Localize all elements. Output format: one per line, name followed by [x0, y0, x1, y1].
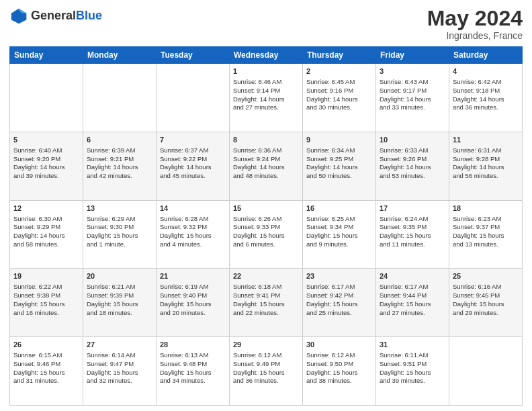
- calendar-cell: 17Sunrise: 6:24 AMSunset: 9:35 PMDayligh…: [376, 200, 449, 269]
- calendar-header-row: Sunday Monday Tuesday Wednesday Thursday…: [10, 47, 523, 64]
- calendar-cell: [10, 64, 83, 132]
- calendar-cell: 23Sunrise: 6:17 AMSunset: 9:42 PMDayligh…: [303, 269, 376, 337]
- calendar-cell: 12Sunrise: 6:30 AMSunset: 9:29 PMDayligh…: [10, 200, 83, 269]
- day-number: 8: [233, 135, 299, 145]
- calendar-cell: 28Sunrise: 6:13 AMSunset: 9:48 PMDayligh…: [157, 337, 230, 406]
- day-number: 12: [13, 203, 79, 214]
- calendar-cell: 30Sunrise: 6:12 AMSunset: 9:50 PMDayligh…: [303, 337, 376, 406]
- calendar-cell: 13Sunrise: 6:29 AMSunset: 9:30 PMDayligh…: [83, 200, 157, 269]
- calendar-week-5: 26Sunrise: 6:15 AMSunset: 9:46 PMDayligh…: [10, 337, 523, 406]
- header: General Blue May 2024 Ingrandes, France: [9, 7, 523, 41]
- calendar-cell: 9Sunrise: 6:34 AMSunset: 9:25 PMDaylight…: [303, 132, 376, 200]
- calendar-week-1: 1Sunrise: 6:46 AMSunset: 9:14 PMDaylight…: [10, 64, 523, 132]
- calendar-cell: 25Sunrise: 6:16 AMSunset: 9:45 PMDayligh…: [449, 269, 523, 337]
- day-number: 25: [453, 271, 519, 281]
- col-monday: Monday: [83, 47, 157, 64]
- calendar-cell: 1Sunrise: 6:46 AMSunset: 9:14 PMDaylight…: [230, 64, 303, 132]
- calendar-cell: 31Sunrise: 6:11 AMSunset: 9:51 PMDayligh…: [376, 337, 449, 406]
- logo: General Blue: [9, 7, 102, 26]
- calendar-cell: [83, 64, 157, 132]
- logo-blue: Blue: [76, 9, 102, 23]
- day-number: 14: [160, 203, 226, 214]
- calendar-week-3: 12Sunrise: 6:30 AMSunset: 9:29 PMDayligh…: [10, 200, 523, 269]
- day-number: 27: [87, 340, 152, 350]
- logo-general: General: [31, 9, 76, 23]
- day-number: 7: [160, 135, 226, 145]
- day-number: 28: [160, 340, 226, 350]
- calendar-table: Sunday Monday Tuesday Wednesday Thursday…: [9, 46, 523, 406]
- svg-marker-2: [23, 13, 27, 20]
- day-number: 1: [233, 66, 299, 77]
- day-number: 22: [233, 271, 299, 281]
- day-number: 31: [380, 340, 445, 350]
- calendar-cell: 21Sunrise: 6:19 AMSunset: 9:40 PMDayligh…: [157, 269, 230, 337]
- calendar-week-2: 5Sunrise: 6:40 AMSunset: 9:20 PMDaylight…: [10, 132, 523, 200]
- calendar-cell: 10Sunrise: 6:33 AMSunset: 9:26 PMDayligh…: [376, 132, 449, 200]
- col-friday: Friday: [376, 47, 449, 64]
- calendar-cell: 27Sunrise: 6:14 AMSunset: 9:47 PMDayligh…: [83, 337, 157, 406]
- calendar-cell: 19Sunrise: 6:22 AMSunset: 9:38 PMDayligh…: [10, 269, 83, 337]
- day-number: 15: [233, 203, 299, 214]
- day-number: 21: [160, 271, 226, 281]
- day-number: 29: [233, 340, 299, 350]
- day-number: 5: [13, 135, 79, 145]
- calendar-cell: 5Sunrise: 6:40 AMSunset: 9:20 PMDaylight…: [10, 132, 83, 200]
- col-saturday: Saturday: [449, 47, 523, 64]
- day-number: 11: [453, 135, 519, 145]
- calendar-cell: 16Sunrise: 6:25 AMSunset: 9:34 PMDayligh…: [303, 200, 376, 269]
- calendar-cell: 8Sunrise: 6:36 AMSunset: 9:24 PMDaylight…: [230, 132, 303, 200]
- calendar-cell: 18Sunrise: 6:23 AMSunset: 9:37 PMDayligh…: [449, 200, 523, 269]
- day-number: 23: [306, 271, 372, 281]
- day-number: 19: [13, 271, 79, 281]
- day-number: 20: [87, 271, 152, 281]
- location: Ingrandes, France: [427, 30, 523, 41]
- month-title: May 2024: [427, 7, 523, 30]
- day-number: 24: [380, 271, 445, 281]
- calendar-cell: [157, 64, 230, 132]
- calendar-cell: 11Sunrise: 6:31 AMSunset: 9:28 PMDayligh…: [449, 132, 523, 200]
- col-thursday: Thursday: [303, 47, 376, 64]
- calendar-week-4: 19Sunrise: 6:22 AMSunset: 9:38 PMDayligh…: [10, 269, 523, 337]
- col-sunday: Sunday: [10, 47, 83, 64]
- col-tuesday: Tuesday: [157, 47, 230, 64]
- calendar-cell: 22Sunrise: 6:18 AMSunset: 9:41 PMDayligh…: [230, 269, 303, 337]
- day-number: 18: [453, 203, 519, 214]
- calendar-cell: 2Sunrise: 6:45 AMSunset: 9:16 PMDaylight…: [303, 64, 376, 132]
- calendar-cell: 29Sunrise: 6:12 AMSunset: 9:49 PMDayligh…: [230, 337, 303, 406]
- day-number: 9: [306, 135, 372, 145]
- calendar-cell: 4Sunrise: 6:42 AMSunset: 9:18 PMDaylight…: [449, 64, 523, 132]
- day-number: 4: [453, 66, 519, 77]
- title-block: May 2024 Ingrandes, France: [427, 7, 523, 41]
- calendar-cell: 26Sunrise: 6:15 AMSunset: 9:46 PMDayligh…: [10, 337, 83, 406]
- calendar-cell: 20Sunrise: 6:21 AMSunset: 9:39 PMDayligh…: [83, 269, 157, 337]
- day-number: 3: [380, 66, 445, 77]
- day-number: 16: [306, 203, 372, 214]
- day-number: 17: [380, 203, 445, 214]
- day-number: 6: [87, 135, 152, 145]
- col-wednesday: Wednesday: [230, 47, 303, 64]
- logo-icon: [9, 7, 28, 26]
- day-number: 2: [306, 66, 372, 77]
- day-number: 13: [87, 203, 152, 214]
- calendar-cell: 7Sunrise: 6:37 AMSunset: 9:22 PMDaylight…: [157, 132, 230, 200]
- calendar-cell: 3Sunrise: 6:43 AMSunset: 9:17 PMDaylight…: [376, 64, 449, 132]
- calendar-cell: 15Sunrise: 6:26 AMSunset: 9:33 PMDayligh…: [230, 200, 303, 269]
- day-number: 30: [306, 340, 372, 350]
- calendar-cell: 6Sunrise: 6:39 AMSunset: 9:21 PMDaylight…: [83, 132, 157, 200]
- calendar-cell: 14Sunrise: 6:28 AMSunset: 9:32 PMDayligh…: [157, 200, 230, 269]
- day-number: 10: [380, 135, 445, 145]
- calendar-cell: [449, 337, 523, 406]
- day-number: 26: [13, 340, 79, 350]
- logo-text: General Blue: [31, 9, 102, 23]
- page-container: General Blue May 2024 Ingrandes, France …: [0, 0, 532, 411]
- calendar-cell: 24Sunrise: 6:17 AMSunset: 9:44 PMDayligh…: [376, 269, 449, 337]
